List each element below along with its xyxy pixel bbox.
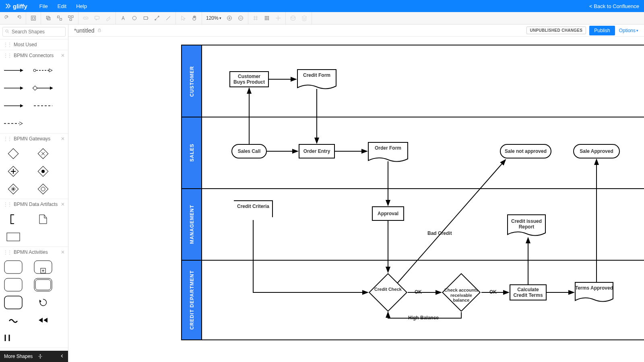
node-order-entry[interactable]: Order Entry xyxy=(299,144,335,158)
task-shape[interactable] xyxy=(3,261,23,273)
connector-sequence[interactable] xyxy=(3,65,23,76)
copy-button[interactable] xyxy=(43,12,54,24)
connector-association[interactable] xyxy=(33,100,53,111)
layers-button[interactable] xyxy=(299,12,310,24)
node-sales-call[interactable]: Sales Call xyxy=(231,144,267,158)
gateway-event[interactable] xyxy=(33,183,53,195)
node-credit-criteria[interactable]: Credit Criteria xyxy=(233,200,273,221)
svg-marker-28 xyxy=(20,104,23,107)
pointer-tool[interactable] xyxy=(178,12,189,24)
task-shape-2[interactable] xyxy=(3,279,23,290)
ungroup-button[interactable] xyxy=(65,12,76,24)
canvas[interactable]: CUSTOMER SALES MANAGEMENT CREDIT DEPARTM… xyxy=(68,37,644,362)
section-bpmn-artifacts[interactable]: ⋮⋮ BPMN Data Artifacts ✕ xyxy=(0,199,68,210)
node-credit-check[interactable]: Credit Check xyxy=(374,279,402,306)
publish-button[interactable]: Publish xyxy=(589,26,615,35)
subprocess-shape[interactable] xyxy=(33,261,53,273)
redo-button[interactable] xyxy=(13,12,24,24)
data-object-shape[interactable] xyxy=(33,214,53,225)
guides-button[interactable] xyxy=(272,12,284,24)
menu-file[interactable]: File xyxy=(35,3,53,9)
zoom-out-button[interactable] xyxy=(235,12,246,24)
menu-help[interactable]: Help xyxy=(71,3,92,9)
connector-diamond[interactable] xyxy=(33,82,53,94)
connector-dashed-arrow[interactable] xyxy=(3,118,23,129)
node-calculate-terms[interactable]: Calculate Credit Terms xyxy=(510,284,547,300)
lane-header-sales[interactable]: SALES xyxy=(182,117,202,189)
zoom-in-button[interactable] xyxy=(224,12,235,24)
lane-header-credit[interactable]: CREDIT DEPARTMENT xyxy=(182,260,202,339)
circle-tool[interactable] xyxy=(129,12,140,24)
undo-button[interactable] xyxy=(2,12,13,24)
connector-tool[interactable] xyxy=(151,12,163,24)
swimlane-diagram[interactable]: CUSTOMER SALES MANAGEMENT CREDIT DEPARTM… xyxy=(181,45,644,340)
line-tool[interactable] xyxy=(163,12,174,24)
close-icon[interactable]: ✕ xyxy=(61,202,65,207)
annotation-shape[interactable] xyxy=(3,214,23,225)
fit-button[interactable] xyxy=(28,12,39,24)
transaction-shape[interactable] xyxy=(33,279,53,290)
section-most-used[interactable]: ⋮⋮ Most Used xyxy=(0,39,68,50)
more-shapes-label: More Shapes xyxy=(4,354,33,359)
snap-grid-button[interactable] xyxy=(250,12,261,24)
adhoc-shape[interactable] xyxy=(3,315,23,326)
drag-handle-icon: ⋮⋮ xyxy=(3,42,11,47)
document-title[interactable]: *untitled xyxy=(74,27,95,34)
svg-rect-37 xyxy=(38,184,48,194)
node-credit-form[interactable]: Credit Form xyxy=(297,69,336,90)
more-shapes-bar[interactable]: More Shapes xyxy=(0,351,68,362)
comment-button[interactable] xyxy=(91,12,103,24)
node-check-balance[interactable]: Check accounts receivable balance xyxy=(448,279,475,306)
svg-rect-40 xyxy=(4,261,22,274)
back-to-confluence-link[interactable]: < Back to Confluence xyxy=(589,3,639,9)
section-bpmn-gateways[interactable]: ⋮⋮ BPMN Gateways ✕ xyxy=(0,134,68,144)
link-button[interactable] xyxy=(80,12,91,24)
logo-text: gliffy xyxy=(13,3,27,10)
node-sale-approved[interactable]: Sale Approved xyxy=(573,144,620,158)
lane-header-management[interactable]: MANAGEMENT xyxy=(182,189,202,260)
parallel-mi-shape[interactable] xyxy=(3,332,11,343)
shape-menu-button[interactable] xyxy=(287,12,299,24)
grid-button[interactable] xyxy=(261,12,272,24)
group-button[interactable] xyxy=(54,12,65,24)
gateway-parallel[interactable] xyxy=(3,166,23,177)
options-dropdown[interactable]: Options▾ xyxy=(619,28,638,33)
node-terms-approved[interactable]: Terms Approved xyxy=(575,282,613,303)
svg-rect-54 xyxy=(98,30,101,32)
node-sale-not-approved[interactable]: Sale not approved xyxy=(500,144,551,158)
logo: gliffy xyxy=(5,3,27,10)
menu-edit[interactable]: Edit xyxy=(53,3,71,9)
connector-default[interactable] xyxy=(3,82,23,94)
svg-point-38 xyxy=(41,187,45,191)
text-tool[interactable] xyxy=(118,12,129,24)
svg-point-19 xyxy=(33,69,36,72)
section-bpmn-activities[interactable]: ⋮⋮ BPMN Activities ✕ xyxy=(0,247,68,257)
call-activity-shape[interactable] xyxy=(3,297,23,308)
connector-plain[interactable] xyxy=(3,100,23,111)
svg-marker-48 xyxy=(39,318,43,323)
rect-tool[interactable] xyxy=(140,12,151,24)
node-order-form[interactable]: Order Form xyxy=(368,142,408,163)
gateway-inclusive[interactable] xyxy=(33,166,53,177)
svg-rect-44 xyxy=(34,278,52,291)
zoom-level[interactable]: 120%▾ xyxy=(204,15,224,21)
section-bpmn-connectors[interactable]: ⋮⋮ BPMN Connectors ✕ xyxy=(0,50,68,61)
close-icon[interactable]: ✕ xyxy=(61,53,65,58)
node-credit-report[interactable]: Credit issued Report xyxy=(507,214,546,237)
pan-tool[interactable] xyxy=(189,12,200,24)
close-icon[interactable]: ✕ xyxy=(61,249,65,255)
node-approval[interactable]: Approval xyxy=(372,206,404,221)
gateway-exclusive[interactable] xyxy=(3,148,23,159)
gateway-exclusive-x[interactable] xyxy=(33,148,53,159)
compensation-shape[interactable] xyxy=(33,315,53,326)
gateway-complex[interactable] xyxy=(3,183,23,195)
lane-header-customer[interactable]: CUSTOMER xyxy=(182,45,202,117)
node-customer-buys[interactable]: Customer Buys Product xyxy=(229,71,269,87)
loop-shape[interactable] xyxy=(33,297,53,308)
paint-button[interactable] xyxy=(103,12,114,24)
svg-rect-31 xyxy=(8,148,18,158)
group-shape[interactable] xyxy=(3,231,23,243)
connector-conditional[interactable] xyxy=(33,65,53,76)
search-input[interactable] xyxy=(2,27,66,37)
close-icon[interactable]: ✕ xyxy=(61,136,65,142)
